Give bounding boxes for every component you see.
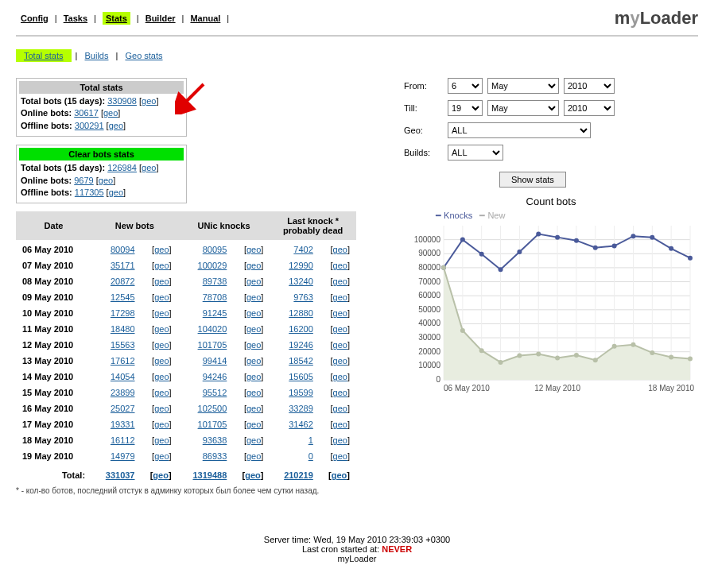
- geo-link[interactable]: geo: [154, 340, 169, 350]
- offline-bots-geo-link[interactable]: geo: [109, 121, 123, 130]
- cell-lastknock[interactable]: 7402: [293, 245, 312, 254]
- cell-lastknock[interactable]: 19246: [289, 340, 313, 350]
- geo-link[interactable]: geo: [246, 451, 261, 461]
- geo-link[interactable]: geo: [246, 292, 261, 302]
- geo-link[interactable]: geo: [246, 372, 261, 381]
- cell-newbots[interactable]: 16112: [111, 435, 135, 445]
- nav-manual[interactable]: Manual: [190, 14, 220, 23]
- cell-newbots[interactable]: 20872: [111, 277, 135, 286]
- cell-unic[interactable]: 100029: [198, 261, 227, 270]
- geo-link[interactable]: geo: [333, 308, 347, 318]
- cell-newbots[interactable]: 17298: [111, 308, 135, 318]
- geo-link[interactable]: geo: [332, 470, 347, 480]
- cell-newbots[interactable]: 12545: [111, 292, 135, 302]
- subnav-builds[interactable]: Builds: [85, 51, 109, 60]
- geo-link[interactable]: geo: [333, 420, 347, 429]
- geo-link[interactable]: geo: [154, 356, 169, 366]
- geo-link[interactable]: geo: [246, 404, 261, 413]
- geo-link[interactable]: geo: [153, 470, 169, 480]
- geo-link[interactable]: geo: [246, 435, 261, 445]
- total-unic[interactable]: 1319488: [192, 470, 227, 480]
- cell-lastknock[interactable]: 0: [308, 451, 313, 461]
- offline-bots-value[interactable]: 300291: [75, 121, 104, 130]
- cell-unic[interactable]: 78708: [203, 292, 227, 302]
- geo-link[interactable]: geo: [246, 340, 261, 350]
- cell-unic[interactable]: 101705: [198, 340, 227, 350]
- total-bots-geo-link[interactable]: geo: [142, 96, 156, 106]
- show-stats-button[interactable]: Show stats: [499, 172, 566, 188]
- cell-unic[interactable]: 104020: [198, 324, 227, 334]
- cell-unic[interactable]: 93638: [203, 435, 227, 445]
- cell-newbots[interactable]: 80094: [111, 245, 135, 254]
- geo-link[interactable]: geo: [245, 470, 261, 480]
- nav-tasks[interactable]: Tasks: [64, 14, 87, 23]
- cell-newbots[interactable]: 17612: [111, 356, 135, 366]
- cell-lastknock[interactable]: 19599: [289, 388, 313, 397]
- geo-link[interactable]: geo: [154, 261, 169, 270]
- geo-link[interactable]: geo: [246, 420, 261, 429]
- cell-lastknock[interactable]: 16200: [289, 324, 313, 334]
- cell-lastknock[interactable]: 15605: [289, 372, 313, 381]
- geo-link[interactable]: geo: [154, 245, 169, 254]
- cell-lastknock[interactable]: 12990: [289, 261, 313, 270]
- cell-unic[interactable]: 91245: [203, 308, 227, 318]
- cell-lastknock[interactable]: 33289: [289, 404, 313, 413]
- nav-config[interactable]: Config: [21, 14, 49, 23]
- clear-offline-geo-link[interactable]: geo: [109, 188, 123, 197]
- geo-link[interactable]: geo: [246, 324, 261, 334]
- geo-link[interactable]: geo: [154, 451, 169, 461]
- geo-link[interactable]: geo: [333, 388, 347, 397]
- cell-newbots[interactable]: 14054: [111, 372, 135, 381]
- geo-link[interactable]: geo: [246, 261, 261, 270]
- cell-unic[interactable]: 89738: [203, 277, 227, 286]
- geo-link[interactable]: geo: [333, 261, 347, 270]
- cell-newbots[interactable]: 14979: [111, 451, 135, 461]
- from-year-select[interactable]: 2010: [564, 78, 615, 94]
- clear-total-value[interactable]: 126984: [107, 163, 137, 172]
- cell-newbots[interactable]: 15563: [111, 340, 135, 350]
- cell-lastknock[interactable]: 1: [308, 435, 313, 445]
- geo-link[interactable]: geo: [246, 277, 261, 286]
- geo-link[interactable]: geo: [333, 340, 347, 350]
- cell-newbots[interactable]: 23899: [111, 388, 135, 397]
- geo-link[interactable]: geo: [154, 277, 169, 286]
- clear-online-geo-link[interactable]: geo: [99, 176, 113, 185]
- geo-select[interactable]: ALL: [448, 122, 591, 138]
- subnav-geo-stats[interactable]: Geo stats: [125, 51, 162, 60]
- cell-unic[interactable]: 102500: [198, 404, 227, 413]
- subnav-total-stats[interactable]: Total stats: [24, 51, 64, 60]
- till-day-select[interactable]: 19: [448, 100, 483, 116]
- online-bots-geo-link[interactable]: geo: [103, 108, 118, 118]
- cell-unic[interactable]: 94246: [203, 372, 227, 381]
- online-bots-value[interactable]: 30617: [74, 108, 99, 118]
- geo-link[interactable]: geo: [333, 372, 347, 381]
- builds-select[interactable]: ALL: [448, 145, 503, 161]
- geo-link[interactable]: geo: [246, 308, 261, 318]
- cell-unic[interactable]: 80095: [203, 245, 227, 254]
- cell-lastknock[interactable]: 12880: [289, 308, 313, 318]
- geo-link[interactable]: geo: [333, 451, 347, 461]
- cell-unic[interactable]: 86933: [203, 451, 227, 461]
- geo-link[interactable]: geo: [333, 356, 347, 366]
- cell-newbots[interactable]: 35171: [111, 261, 135, 270]
- nav-builder[interactable]: Builder: [146, 14, 176, 23]
- from-day-select[interactable]: 6: [448, 78, 483, 94]
- cell-lastknock[interactable]: 9763: [293, 292, 312, 302]
- geo-link[interactable]: geo: [154, 420, 169, 429]
- geo-link[interactable]: geo: [333, 277, 347, 286]
- cell-newbots[interactable]: 18480: [111, 324, 135, 334]
- geo-link[interactable]: geo: [246, 388, 261, 397]
- from-month-select[interactable]: May: [487, 78, 559, 94]
- till-month-select[interactable]: May: [487, 100, 559, 116]
- total-lastknock[interactable]: 210219: [284, 470, 313, 480]
- geo-link[interactable]: geo: [154, 404, 169, 413]
- total-newbots[interactable]: 331037: [106, 470, 135, 480]
- cell-unic[interactable]: 95512: [203, 388, 227, 397]
- geo-link[interactable]: geo: [333, 324, 347, 334]
- clear-online-value[interactable]: 9679: [74, 176, 93, 185]
- geo-link[interactable]: geo: [333, 435, 347, 445]
- geo-link[interactable]: geo: [246, 245, 261, 254]
- cell-unic[interactable]: 99414: [203, 356, 227, 366]
- geo-link[interactable]: geo: [154, 372, 169, 381]
- cell-lastknock[interactable]: 31462: [289, 420, 313, 429]
